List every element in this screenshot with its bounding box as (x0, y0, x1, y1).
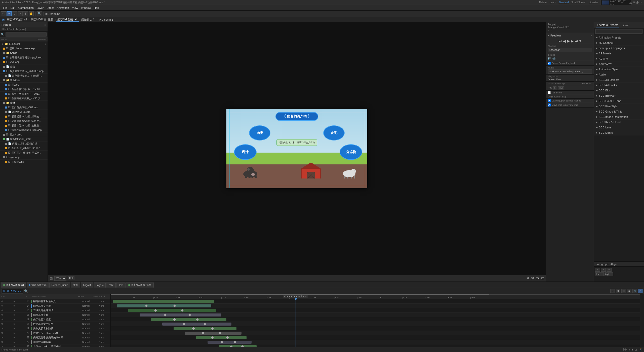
snapping-icon[interactable]: ⊞ (45, 12, 48, 15)
shortcut-input[interactable] (548, 48, 592, 52)
folder-arrow[interactable]: ▼ (2, 43, 4, 45)
spacing-input-2[interactable] (605, 272, 613, 276)
effect-group-header[interactable]: ▶BCC Film Style (594, 104, 644, 109)
project-item[interactable]: 🎞易用卡通mg动画_丛林游走太阳.aep (0, 123, 48, 128)
tl-ctrl-4[interactable]: ◉ (627, 289, 631, 293)
tool-text[interactable]: T (23, 11, 28, 16)
layer-row[interactable]: 👁fx18性品器病文字符号NormalNone (0, 322, 110, 326)
workspace-small-screen[interactable]: Small Screen (571, 1, 586, 4)
timeline-tab-1[interactable]: 消杀杀件字幕 (27, 283, 49, 288)
layer-audio-btn[interactable] (4, 304, 7, 307)
project-item[interactable]: 📄简单量框整齐文_mg动画 Layers (0, 74, 48, 78)
layer-eye-btn[interactable]: 👁 (1, 300, 4, 303)
effect-group-header[interactable]: ▶BCC Art Looks (594, 83, 644, 88)
minimize-btn[interactable]: − (633, 1, 634, 4)
project-item[interactable]: 📁素材 (0, 101, 48, 105)
preview-loop-btn[interactable]: ↺ (579, 39, 581, 43)
workspace-default[interactable]: Default (539, 1, 547, 4)
layer-row[interactable]: 👁fx15养成良好生活习惯NormalNone (0, 308, 110, 313)
tl-ctrl-1[interactable]: ↩ (610, 289, 615, 293)
menu-window[interactable]: Window (79, 6, 92, 10)
menu-view[interactable]: View (70, 6, 79, 10)
layer-fx-btn[interactable]: fx (14, 336, 17, 339)
align-right-btn[interactable]: ≡ (607, 268, 612, 272)
cache-frames-checkbox[interactable] (548, 99, 551, 102)
layer-row[interactable]: 👁fx14消杀杀件文本层NormalNone (0, 304, 110, 308)
preview-first-btn[interactable]: ⏮ (558, 39, 562, 43)
timeline-tab-3[interactable]: 并置 (71, 283, 80, 288)
effect-group-header[interactable]: ▶AESweets (594, 51, 644, 56)
project-item[interactable]: 🎞易用通用mg动画_绵羊的两头.aep (0, 114, 48, 119)
layer-lock-btn[interactable] (7, 336, 10, 339)
layer-eye-btn[interactable]: 👁 (1, 327, 4, 330)
layer-lock-btn[interactable] (7, 341, 10, 344)
project-item[interactable]: 🎞食品杀菌消毒 多工作-001.aep (0, 87, 48, 92)
layer-lock-btn[interactable] (7, 309, 10, 312)
project-item[interactable]: 🎞易用通用mg动画_场房牛奶扩.aep (0, 119, 48, 123)
track-scrollbar[interactable] (640, 294, 644, 347)
timeline-tab-0[interactable]: 病畜MG动画_all (1, 283, 26, 288)
project-item[interactable]: 🎞甚至仿效似相互打_-001.aep (0, 92, 48, 96)
layer-row[interactable]: 👁fx21病毒流行季发病前的病体场NormalNone (0, 335, 110, 340)
layer-audio-btn[interactable] (4, 341, 7, 344)
effect-group-header[interactable]: ▶Animation Gym (594, 67, 644, 72)
view-controls-icon[interactable]: ⊡ (50, 276, 53, 280)
menu-effect[interactable]: Effect (45, 6, 55, 10)
menu-file[interactable]: File (2, 6, 9, 10)
layer-audio-btn[interactable] (4, 336, 7, 339)
close-btn[interactable]: × (640, 1, 642, 4)
layer-row[interactable]: 👁fx22加强对运输车辆NormalNone (0, 340, 110, 344)
project-item[interactable]: 🎞动画.aep (0, 60, 48, 64)
project-item[interactable]: 📁农业动画 (0, 78, 48, 83)
effect-group-header[interactable]: ▶BCC Image Restoration (594, 114, 644, 119)
layer-lock-btn[interactable] (7, 327, 10, 330)
workspace-standard[interactable]: Standard (558, 1, 569, 4)
tl-ctrl-6[interactable]: ◻ (638, 289, 642, 293)
layer-audio-btn[interactable] (4, 318, 7, 321)
icon-cloud[interactable]: ☁ (629, 1, 632, 4)
timeline-tab-8[interactable]: 病畜MG动画_完整 (126, 283, 154, 288)
layer-solo-btn[interactable] (10, 345, 13, 347)
tl-ctrl-2[interactable]: ⚙ (616, 289, 620, 293)
effects-tab-active[interactable]: Effects & Presets (596, 23, 619, 27)
breadcrumb-4[interactable]: Pre-comp 1 (97, 18, 115, 21)
layer-audio-btn[interactable] (4, 309, 7, 312)
timeline-tab-5[interactable]: Logo 4 (94, 283, 106, 288)
layer-lock-btn[interactable] (7, 323, 10, 326)
layer-row[interactable]: 👁fx16消杀杀件字幕NormalNone (0, 313, 110, 317)
menu-help[interactable]: Help (92, 6, 101, 10)
timeline-tab-6[interactable]: 片段 (106, 283, 116, 288)
effect-group-header[interactable]: ▶BCC Key & Blend (594, 120, 644, 125)
layer-solo-btn[interactable] (10, 300, 13, 303)
project-item[interactable]: 🎞图.aep (0, 83, 48, 87)
layer-audio-btn[interactable] (4, 345, 7, 347)
menu-animation[interactable]: Animation (55, 6, 70, 10)
project-item[interactable]: 🎞给画.aep (0, 155, 48, 160)
timeline-tab-4[interactable]: Logo 3 (81, 283, 93, 288)
layer-audio-btn[interactable] (4, 327, 7, 330)
search-timeline-icon[interactable]: 🔍 (24, 289, 28, 293)
menu-layer[interactable]: Layer (35, 6, 45, 10)
layer-solo-btn[interactable] (10, 309, 13, 312)
layer-audio-btn[interactable] (4, 332, 7, 335)
layer-lock-btn[interactable] (7, 313, 10, 316)
project-item[interactable]: 📁Solids (0, 51, 48, 55)
tl-ctrl-5[interactable]: 🎵 (632, 289, 637, 293)
tool-hand[interactable]: ✋ (29, 11, 34, 16)
comp-tab-main[interactable]: 병畜MG动画_all (6, 18, 28, 21)
preview-next-btn[interactable]: ▶ (571, 39, 574, 43)
project-item[interactable]: 🎞图文件.aep (0, 132, 48, 137)
layer-solo-btn[interactable] (10, 327, 13, 330)
layer-row[interactable]: 👁fx23在引种、补栏…关活动时NormalNone (0, 344, 110, 347)
effect-group-header[interactable]: ▶BCC Browser (594, 93, 644, 98)
zoom-select[interactable]: 50%100%25% (54, 276, 66, 281)
effect-group-header[interactable]: ▶BCC Lights (594, 130, 644, 135)
layer-audio-btn[interactable] (4, 323, 7, 326)
layer-lock-btn[interactable] (7, 345, 10, 347)
menu-edit[interactable]: Edit (9, 6, 17, 10)
effect-group-header[interactable]: ▶BCC Grade & Tints (594, 109, 644, 114)
project-item[interactable]: 📄金合 (0, 64, 48, 69)
comp-viewer-area[interactable]: 《 病畜的流产物 》 肉类 皮毛 乳汁 分泌物 (48, 22, 546, 275)
layer-fx-btn[interactable]: fx (14, 314, 17, 316)
cache-checkbox[interactable] (548, 62, 551, 65)
